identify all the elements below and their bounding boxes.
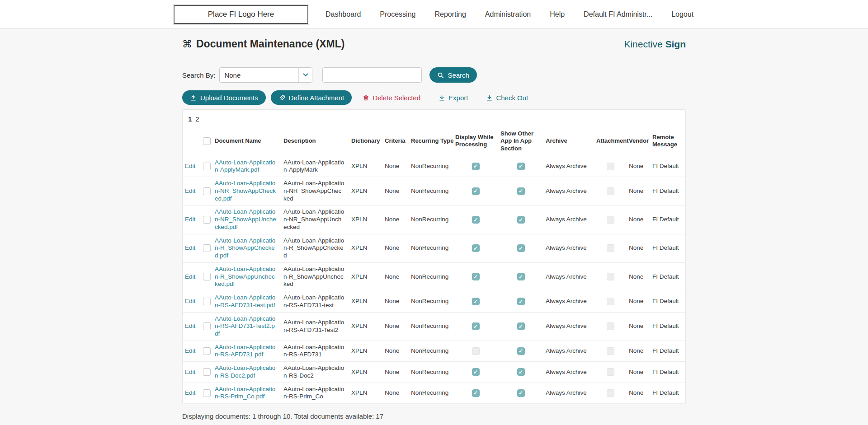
edit-link[interactable]: Edit: [185, 369, 195, 375]
recurring-type-text: NonRecurring: [409, 262, 453, 291]
upload-documents-label: Upload Documents: [200, 94, 258, 102]
attachment-checkbox: [607, 273, 614, 280]
upload-icon: [190, 94, 197, 101]
nav-dashboard[interactable]: Dashboard: [326, 10, 361, 19]
brand-first: Kinective: [624, 39, 662, 49]
document-name-link[interactable]: AAuto-Loan-Application-R_ShowAppChecked.…: [215, 237, 275, 259]
page-number-2[interactable]: 2: [195, 115, 199, 123]
upload-documents-button[interactable]: Upload Documents: [182, 90, 266, 105]
recurring-type-text: NonRecurring: [409, 177, 453, 205]
attachment-checkbox: [607, 244, 614, 252]
page-number-1[interactable]: 1: [188, 115, 192, 123]
show-other-app-checkbox: ✓: [517, 163, 525, 170]
criteria-text: None: [382, 177, 409, 205]
delete-selected-button[interactable]: Delete Selected: [363, 94, 420, 102]
edit-link[interactable]: Edit: [185, 187, 195, 194]
nav-processing[interactable]: Processing: [380, 10, 415, 19]
table-row: Edit AAuto-Loan-Application-RS-AFD731-te…: [183, 291, 685, 312]
edit-link[interactable]: Edit: [185, 322, 195, 329]
document-name-link[interactable]: AAuto-Loan-Application-RS-Doc2.pdf: [215, 364, 275, 379]
check-out-button[interactable]: Check Out: [486, 94, 528, 102]
dictionary-text: XPLN: [349, 205, 382, 234]
edit-link[interactable]: Edit: [185, 273, 195, 280]
display-while-processing-checkbox: [472, 347, 480, 355]
row-select-checkbox[interactable]: [203, 389, 211, 397]
search-icon: [437, 72, 444, 79]
edit-link[interactable]: Edit: [185, 298, 195, 304]
col-archive: Archive: [543, 126, 594, 156]
document-name-link[interactable]: AAuto-Loan-Application-RS-Prim_Co.pdf: [215, 386, 275, 400]
edit-link[interactable]: Edit: [185, 347, 195, 354]
edit-link[interactable]: Edit: [185, 244, 195, 251]
description-text: AAuto-Loan-Application-RS-AFD731-Test2: [281, 312, 349, 341]
description-text: AAuto-Loan-Application-RS-Doc2: [281, 362, 349, 383]
vendor-text: None: [627, 262, 650, 291]
vendor-text: None: [627, 234, 650, 262]
row-select-checkbox[interactable]: [203, 298, 211, 305]
nav-logout[interactable]: Logout: [671, 10, 693, 19]
select-all-checkbox[interactable]: [203, 137, 211, 145]
show-other-app-checkbox: ✓: [517, 347, 525, 355]
fi-logo-text: Place FI Logo Here: [208, 10, 274, 19]
document-name-link[interactable]: AAuto-Loan-Application-RS-AFD731-test.pd…: [215, 294, 275, 308]
remote-message-text: FI Default: [650, 177, 685, 205]
table-row: Edit AAuto-Loan-Application-RS-AFD731-Te…: [183, 312, 685, 341]
show-other-app-checkbox: ✓: [517, 298, 525, 305]
export-button[interactable]: Export: [439, 94, 468, 102]
document-name-link[interactable]: AAuto-Loan-Application-NR_ShowAppUncheck…: [215, 208, 276, 230]
remote-message-text: FI Default: [650, 262, 685, 291]
nav-reporting[interactable]: Reporting: [434, 10, 466, 19]
document-name-link[interactable]: AAuto-Loan-Application-RS-AFD731-Test2.p…: [215, 315, 275, 337]
show-other-app-checkbox: ✓: [517, 322, 525, 330]
search-by-dropdown[interactable]: None: [219, 67, 312, 83]
display-while-processing-checkbox: ✓: [472, 368, 480, 376]
search-by-label: Search By:: [182, 71, 215, 79]
col-vendor: Vendor: [627, 126, 650, 156]
row-select-checkbox[interactable]: [203, 216, 211, 224]
description-text: AAuto-Loan-Application-R_ShowAppChecked: [281, 234, 349, 262]
primary-nav: Dashboard Processing Reporting Administr…: [326, 10, 693, 19]
edit-link[interactable]: Edit: [185, 389, 195, 396]
row-select-checkbox[interactable]: [203, 322, 211, 330]
edit-link[interactable]: Edit: [185, 216, 195, 223]
define-attachment-label: Define Attachment: [289, 94, 344, 102]
nav-user-menu[interactable]: Default FI Administr...: [584, 10, 652, 19]
recurring-type-text: NonRecurring: [409, 205, 453, 234]
vendor-text: None: [627, 291, 650, 312]
archive-text: Always Archive: [543, 177, 594, 205]
define-attachment-button[interactable]: Define Attachment: [271, 90, 352, 105]
dictionary-text: XPLN: [349, 291, 382, 312]
document-name-link[interactable]: AAuto-Loan-Application-ApplyMark.pdf: [215, 159, 275, 173]
col-document-name: Document Name: [212, 126, 281, 156]
row-select-checkbox[interactable]: [203, 244, 211, 252]
document-name-link[interactable]: AAuto-Loan-Application-R_ShowAppUnchecke…: [215, 266, 275, 287]
row-select-checkbox[interactable]: [203, 273, 211, 280]
vendor-text: None: [627, 362, 650, 383]
show-other-app-checkbox: ✓: [517, 389, 525, 397]
attachment-checkbox: [607, 347, 614, 355]
table-row: Edit AAuto-Loan-Application-R_ShowAppChe…: [183, 234, 685, 262]
search-button[interactable]: Search: [429, 67, 477, 83]
nav-administration[interactable]: Administration: [485, 10, 531, 19]
recurring-type-text: NonRecurring: [409, 383, 453, 403]
dropdown-toggle-button[interactable]: [298, 68, 312, 82]
display-while-processing-checkbox: ✓: [472, 298, 480, 305]
attachment-checkbox: [607, 322, 614, 330]
row-select-checkbox[interactable]: [203, 187, 211, 195]
row-select-checkbox[interactable]: [203, 347, 211, 355]
search-input[interactable]: [322, 67, 422, 83]
documents-table: Document Name Description Dictionary Cri…: [183, 126, 685, 404]
document-name-link[interactable]: AAuto-Loan-Application-NR_ShowAppChecked…: [215, 180, 276, 201]
dictionary-text: XPLN: [349, 383, 382, 403]
table-body: Edit AAuto-Loan-Application-ApplyMark.pd…: [183, 156, 685, 403]
recurring-type-text: NonRecurring: [409, 312, 453, 341]
archive-text: Always Archive: [543, 205, 594, 234]
row-select-checkbox[interactable]: [203, 368, 211, 376]
nav-help[interactable]: Help: [550, 10, 565, 19]
document-name-link[interactable]: AAuto-Loan-Application-RS-AFD731.pdf: [215, 344, 275, 358]
row-select-checkbox[interactable]: [203, 163, 211, 170]
trash-icon: [363, 94, 369, 101]
archive-text: Always Archive: [543, 291, 594, 312]
description-text: AAuto-Loan-Application-R_ShowAppUnchecke…: [281, 262, 349, 291]
edit-link[interactable]: Edit: [185, 163, 195, 169]
